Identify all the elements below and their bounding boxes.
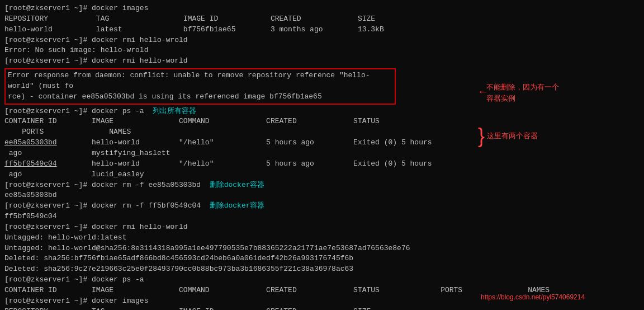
arrow-to-error: ← <box>480 84 486 100</box>
container-2-row-2: ago lucid_easley <box>4 170 640 180</box>
annotation-two-containers: }这里有两个容器 <box>478 126 538 146</box>
line-19: Untagged: hello-world@sha256:8e3114318a9… <box>4 243 640 254</box>
prompt-text: [root@zkserver1 ~]# docker images <box>4 4 148 12</box>
container-1-row-2: ago mystifying_haslett <box>4 148 640 159</box>
line-4: [root@zkserver1 ~]# docker rmi hello-wro… <box>4 35 640 46</box>
line-10: PORTS NAMES <box>4 127 640 138</box>
url-text: https://blog.csdn.net/pyl574069214 <box>481 293 585 301</box>
error-box: Error response from daemon: conflict: un… <box>4 68 396 105</box>
annotation-cannot-delete: 不能删除，因为有一个容器实例 <box>486 82 559 104</box>
line-13: [root@zkserver1 ~]# docker rm -f ee85a05… <box>4 180 640 191</box>
two-containers-text: 这里有两个容器 <box>487 131 538 140</box>
line-14: ee85a05303bd <box>4 190 640 201</box>
annotation-delete-container-2: 删除docker容器 <box>210 201 265 210</box>
curly-brace: } <box>478 124 485 147</box>
line-6: [root@zkserver1 ~]# docker rmi hello-wor… <box>4 56 640 67</box>
line-22: [root@zkserver1 ~]# docker ps -a <box>4 275 640 285</box>
line-18: Untagged: hello-world:latest <box>4 233 640 243</box>
line-16: ff5bf0549c04 <box>4 212 640 222</box>
terminal-window: [root@zkserver1 ~]# docker images REPOSI… <box>0 0 644 310</box>
error-box-text: Error response from daemon: conflict: un… <box>8 71 370 101</box>
line-3: hello-world latest bf756fb1ae65 3 months… <box>4 25 640 35</box>
line-17: [root@zkserver1 ~]# docker rmi hello-wor… <box>4 222 640 233</box>
line-8: [root@zkserver1 ~]# docker ps -a 列出所有容器 <box>4 106 640 117</box>
annotation-url: https://blog.csdn.net/pyl574069214 <box>481 293 585 302</box>
line-2: REPOSITORY TAG IMAGE ID CREATED SIZE <box>4 14 640 25</box>
container-id-1: ee85a05303bd <box>4 138 57 147</box>
annotation-delete-container-1: 删除docker容器 <box>210 181 265 189</box>
line-21: Deleted: sha256:9c27e219663c25e0f2849379… <box>4 264 640 275</box>
line-15: [root@zkserver1 ~]# docker rm -f ff5bf05… <box>4 201 640 212</box>
container-1-row-1: ee85a05303bd hello-world "/hello" 5 hour… <box>4 138 640 148</box>
annotation-cannot-delete-text: 不能删除，因为有一个容器实例 <box>486 83 559 102</box>
container-2-row-1: ff5bf0549c04 hello-world "/hello" 5 hour… <box>4 159 640 170</box>
line-1: [root@zkserver1 ~]# docker images <box>4 3 640 14</box>
line-9: CONTAINER ID IMAGE COMMAND CREATED STATU… <box>4 116 640 127</box>
annotation-list-containers: 列出所有容器 <box>153 107 196 115</box>
container-id-2: ff5bf0549c04 <box>4 159 57 168</box>
line-20: Deleted: sha256:bf756fb1ae65adf866bd8c45… <box>4 253 640 264</box>
line-25: REPOSITORY TAG IMAGE ID CREATED SIZE <box>4 307 640 310</box>
line-5: Error: No such image: hello-wrold <box>4 45 640 56</box>
